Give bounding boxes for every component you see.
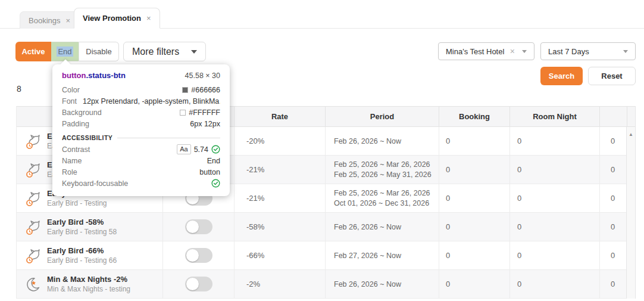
booking-cell: 0: [439, 156, 510, 184]
more-filters-button[interactable]: More filters: [123, 42, 206, 61]
booking-cell: 0: [439, 127, 510, 155]
period-cell: Feb 26, 2026 ~ Now: [326, 127, 439, 155]
scroll-up-arrow-icon[interactable]: ▲: [627, 132, 635, 137]
disable-filter-button[interactable]: Disable: [79, 42, 119, 61]
promotion-name-cell: Early Bird -58%Early Bird - Testing 58: [17, 213, 163, 241]
toggle-cell: [163, 241, 235, 269]
table-row: Early Bird -58%Early Bird - Testing 58-5…: [17, 213, 627, 241]
period-cell: Feb 25, 2026 ~ Mar 26, 2026Oct 01, 2026 …: [326, 184, 439, 212]
tab-bookings[interactable]: Bookings ×: [20, 11, 79, 29]
booking-cell: 0: [439, 241, 510, 269]
rate-cell: -66%: [235, 241, 326, 269]
header-booking: Booking: [439, 107, 510, 126]
booking-cell: 0: [439, 184, 510, 212]
room-night-cell: 0: [510, 241, 600, 269]
hotel-select-value: Mina's Test Hotel: [446, 47, 510, 56]
header-scrollbar-gap: [627, 107, 636, 126]
room-night-cell: 0: [510, 127, 600, 155]
early-bird-icon: [24, 219, 41, 235]
end-filter-label: End: [57, 46, 73, 57]
promotion-name: Early Bird -58%: [47, 218, 117, 226]
table-row: Early Bird -66%Early Bird - Testing 66-6…: [17, 241, 627, 270]
extra-cell: 0: [600, 213, 627, 241]
tooltip-selector: button.status-btn: [62, 71, 126, 80]
toggle-knob: [186, 249, 199, 262]
table-row: Min & Max Nights -2%Min & Max Nights - t…: [17, 270, 627, 299]
period-cell: Feb 25, 2026 ~ Mar 26, 2026Feb 25, 2026 …: [326, 156, 439, 184]
date-range-value: Last 7 Days: [548, 47, 623, 56]
early-bird-icon: [24, 133, 41, 150]
tooltip-font-row: Font 12px Pretendard, -apple-system, Bli…: [62, 95, 220, 107]
table-scrollbar[interactable]: ▲: [626, 127, 635, 299]
tab-bar: Bookings × View Promotion ×: [0, 0, 644, 29]
tooltip-selector-row: button.status-btn 45.58 × 30: [62, 71, 220, 80]
header-room-night: Room Night: [510, 107, 600, 126]
tooltip-color-row: Color #666666: [62, 84, 220, 95]
element-size: 45.58 × 30: [185, 72, 220, 80]
clear-icon[interactable]: ×: [510, 46, 515, 56]
booking-cell: 0: [439, 213, 510, 241]
background-swatch: [180, 110, 186, 116]
period-cell: Feb 27, 2026 ~ Now: [326, 241, 439, 269]
header-rate: Rate: [235, 107, 326, 126]
extra-cell: 0: [600, 127, 627, 155]
chevron-down-icon: [522, 50, 527, 53]
toggle-knob: [186, 221, 199, 233]
tooltip-name-row: Name End: [62, 155, 220, 166]
view-promotion-screen: Bookings × View Promotion × Active End D…: [0, 0, 644, 301]
promotion-toggle[interactable]: [185, 219, 212, 234]
selector-tag: button: [62, 71, 86, 80]
booking-cell: 0: [439, 270, 510, 298]
room-night-cell: 0: [510, 270, 600, 298]
contrast-sample: Aa: [177, 144, 190, 154]
room-night-cell: 0: [510, 184, 600, 212]
close-icon[interactable]: ×: [146, 14, 151, 23]
promotion-toggle[interactable]: [185, 277, 212, 291]
reset-button[interactable]: Reset: [588, 67, 636, 85]
min-max-nights-icon: [24, 276, 41, 293]
extra-cell: 0: [600, 241, 627, 269]
divider: [117, 138, 220, 138]
early-bird-icon: [24, 190, 41, 207]
tooltip-contrast-row: Contrast Aa 5.74: [62, 144, 220, 155]
promotion-subtitle: Min & Max Nights - testing: [47, 285, 130, 293]
end-filter-button[interactable]: End: [51, 42, 79, 61]
hotel-select[interactable]: Mina's Test Hotel ×: [438, 42, 534, 60]
tooltip-role-row: Role button: [62, 166, 220, 178]
selector-class: .status-btn: [86, 71, 125, 80]
accessibility-section-header: ACCESSIBILITY: [62, 134, 220, 141]
extra-cell: 0: [600, 156, 627, 184]
active-filter-button[interactable]: Active: [15, 42, 51, 61]
check-circle-icon: [211, 179, 220, 188]
check-circle-icon: [211, 145, 220, 154]
header-extra: [600, 107, 627, 126]
more-filters-label: More filters: [132, 46, 179, 57]
early-bird-icon: [24, 162, 41, 178]
promotion-name: Min & Max Nights -2%: [47, 275, 130, 284]
promotion-name-cell: Early Bird -66%Early Bird - Testing 66: [17, 241, 163, 269]
rate-cell: -21%: [235, 156, 326, 184]
devtools-inspect-tooltip: button.status-btn 45.58 × 30 Color #6666…: [52, 64, 230, 196]
promotion-subtitle: Early Bird - Testing 58: [47, 228, 117, 236]
status-filter-group: Active End Disable: [15, 42, 119, 61]
close-icon[interactable]: ×: [65, 16, 70, 25]
promotion-subtitle: Early Bird - Testing: [47, 199, 107, 207]
color-swatch: [182, 87, 188, 93]
room-night-cell: 0: [510, 156, 600, 184]
tooltip-keyboard-row: Keyboard-focusable: [62, 178, 220, 189]
result-count: 8: [17, 84, 21, 94]
rate-cell: -20%: [235, 127, 326, 155]
promotion-toggle[interactable]: [185, 248, 212, 263]
room-night-cell: 0: [510, 213, 600, 241]
promotion-subtitle: Early Bird - Testing 66: [47, 256, 117, 265]
period-cell: Feb 26, 2026 ~ Now: [326, 270, 439, 298]
date-range-select[interactable]: Last 7 Days: [540, 42, 636, 60]
tab-bookings-label: Bookings: [29, 16, 60, 25]
search-button[interactable]: Search: [540, 67, 583, 85]
rate-cell: -2%: [235, 270, 326, 298]
chevron-down-icon: [191, 50, 197, 54]
early-bird-icon: [24, 247, 41, 264]
tab-view-promotion[interactable]: View Promotion ×: [74, 8, 160, 29]
tooltip-background-row: Background #FFFFFF: [62, 107, 220, 118]
promotion-name: Early Bird -66%: [47, 246, 117, 255]
